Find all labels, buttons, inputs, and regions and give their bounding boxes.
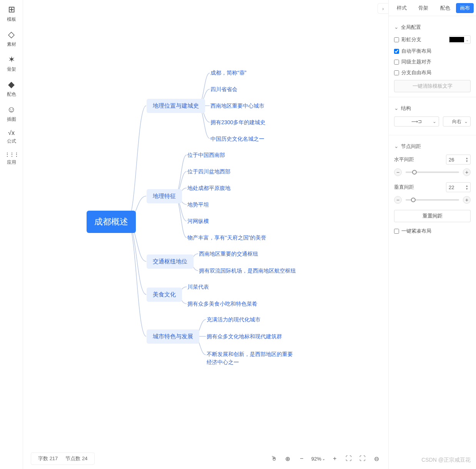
leaf[interactable]: 川菜代表 (187, 284, 209, 291)
h-slider[interactable] (406, 171, 459, 173)
v-spacing-input[interactable]: 22▴▾ (446, 182, 471, 192)
rainbow-checkbox[interactable]: 彩虹分支 (394, 36, 421, 43)
v-minus-button[interactable]: − (394, 196, 402, 204)
fullscreen-icon[interactable]: ⛶ (358, 454, 367, 463)
peer-align-checkbox[interactable]: 同级主题对齐 (394, 58, 431, 65)
leaf[interactable]: 西南地区重要的交通枢纽 (199, 251, 258, 258)
leaf[interactable]: 拥有众多美食小吃和特色菜肴 (187, 301, 257, 308)
template-icon: ⊞ (2, 5, 21, 15)
branch-1[interactable]: 地理特征 (147, 189, 182, 203)
leaf[interactable]: 成都，简称“蓉” (210, 70, 246, 77)
section-structure-header[interactable]: 结构 (394, 105, 471, 112)
color-select[interactable] (449, 35, 471, 44)
tab-style[interactable]: 样式 (391, 3, 413, 13)
skeleton-icon: ✶ (2, 55, 21, 65)
v-spacing-label: 垂直间距 (394, 184, 414, 191)
canvas: 成都概述 地理位置与建城史 成都，简称“蓉” 四川省省会 西南地区重要中心城市 … (23, 0, 388, 448)
leaf[interactable]: 拥有众多文化地标和现代建筑群 (207, 333, 282, 340)
zoom-group: 🖱 ⊕ − 92% ⌄ + ⛶ ⛶ ⊖ (270, 454, 381, 463)
section-spacing: 节点间距 水平间距 26▴▾ − + 垂直间距 22▴▾ − + 重置间距 一键… (389, 138, 476, 243)
leaf[interactable]: 拥有双流国际机场，是西南地区航空枢纽 (199, 268, 296, 274)
branch-2[interactable]: 交通枢纽地位 (147, 254, 194, 269)
structure-direction-select[interactable]: 向右 (443, 116, 471, 126)
reset-spacing-button[interactable]: 重置间距 (394, 210, 471, 222)
compact-layout-checkbox[interactable]: 一键紧凑布局 (394, 228, 431, 234)
illustration-icon: ☺ (2, 105, 21, 115)
tool-material[interactable]: ◇素材 (2, 30, 21, 48)
leaf[interactable]: 四川省省会 (210, 86, 237, 93)
h-plus-button[interactable]: + (463, 168, 471, 176)
tool-skeleton[interactable]: ✶骨架 (2, 55, 21, 73)
section-structure: 结构 ⟶⊐ 向右 (389, 100, 476, 135)
leaf[interactable]: 充满活力的现代化城市 (207, 316, 261, 323)
leaf[interactable]: 河网纵横 (187, 218, 209, 225)
fit-icon[interactable]: ⛶ (344, 454, 353, 463)
zoom-out-button[interactable]: − (297, 454, 306, 463)
left-toolbar: ⊞模板 ◇素材 ✶骨架 ◆配色 ☺插图 √x公式 ⋮⋮⋮应用 (0, 0, 23, 469)
palette-icon: ◆ (2, 80, 21, 90)
h-spacing-input[interactable]: 26▴▾ (446, 155, 471, 165)
tool-formula[interactable]: √x公式 (2, 130, 21, 145)
leaf[interactable]: 位于四川盆地西部 (187, 168, 230, 175)
h-spacing-label: 水平间距 (394, 156, 414, 163)
formula-icon: √x (2, 130, 21, 136)
leaf[interactable]: 拥有2300多年的建城史 (210, 119, 266, 126)
leaf[interactable]: 西南地区重要中心城市 (210, 103, 264, 110)
leaf[interactable]: 地处成都平原腹地 (187, 185, 230, 192)
tab-skeleton[interactable]: 骨架 (413, 3, 434, 13)
tabs: 样式 骨架 配色 画布 (389, 0, 476, 16)
panel-toggle[interactable]: › (377, 3, 388, 14)
v-slider[interactable] (406, 199, 459, 201)
status-chip: 字数 217 节点数 24 (31, 452, 95, 465)
status-bar: 字数 217 节点数 24 🖱 ⊕ − 92% ⌄ + ⛶ ⛶ ⊖ (23, 448, 388, 469)
zoom-level[interactable]: 92% ⌄ (311, 456, 325, 462)
node-count: 节点数 24 (65, 455, 87, 462)
watermark: CSDN @正宗咸豆花 (421, 457, 471, 464)
tool-apps[interactable]: ⋮⋮⋮应用 (2, 151, 21, 166)
tool-palette[interactable]: ◆配色 (2, 80, 21, 98)
tab-palette[interactable]: 配色 (434, 3, 456, 13)
mouse-icon[interactable]: 🖱 (270, 454, 278, 463)
tool-template[interactable]: ⊞模板 (2, 5, 21, 23)
color-swatch (449, 37, 464, 42)
section-global: 全局配置 彩虹分支 自动平衡布局 同级主题对齐 分支自由布局 一键清除模板文字 (389, 19, 476, 97)
material-icon: ◇ (2, 30, 21, 40)
mindmap-root[interactable]: 成都概述 (87, 211, 136, 233)
leaf[interactable]: 不断发展和创新，是西部地区的重要经济中心之一 (207, 350, 297, 366)
locate-icon[interactable]: ⊕ (284, 454, 292, 463)
apps-icon: ⋮⋮⋮ (2, 151, 21, 158)
leaf[interactable]: 地势平坦 (187, 201, 209, 208)
clear-template-button[interactable]: 一键清除模板文字 (394, 80, 471, 92)
leaf[interactable]: 中国历史文化名城之一 (210, 136, 264, 143)
section-spacing-header[interactable]: 节点间距 (394, 143, 471, 150)
v-plus-button[interactable]: + (463, 196, 471, 204)
tab-canvas[interactable]: 画布 (456, 3, 474, 13)
tool-illustration[interactable]: ☺插图 (2, 105, 21, 123)
more-icon[interactable]: ⊖ (372, 454, 381, 463)
h-minus-button[interactable]: − (394, 168, 402, 176)
section-global-header[interactable]: 全局配置 (394, 24, 471, 31)
branch-0[interactable]: 地理位置与建城史 (147, 99, 205, 113)
zoom-in-button[interactable]: + (331, 454, 339, 463)
leaf[interactable]: 物产丰富，享有“天府之国”的美誉 (187, 234, 266, 241)
auto-balance-checkbox[interactable]: 自动平衡布局 (394, 48, 431, 55)
branch-4[interactable]: 城市特色与发展 (147, 329, 199, 344)
structure-layout-select[interactable]: ⟶⊐ (394, 116, 439, 126)
branch-3[interactable]: 美食文化 (147, 288, 182, 302)
leaf[interactable]: 位于中国西南部 (187, 152, 225, 159)
free-branch-checkbox[interactable]: 分支自由布局 (394, 69, 431, 76)
right-panel: 样式 骨架 配色 画布 全局配置 彩虹分支 自动平衡布局 同级主题对齐 分支自由… (388, 0, 476, 469)
char-count: 字数 217 (38, 455, 58, 462)
